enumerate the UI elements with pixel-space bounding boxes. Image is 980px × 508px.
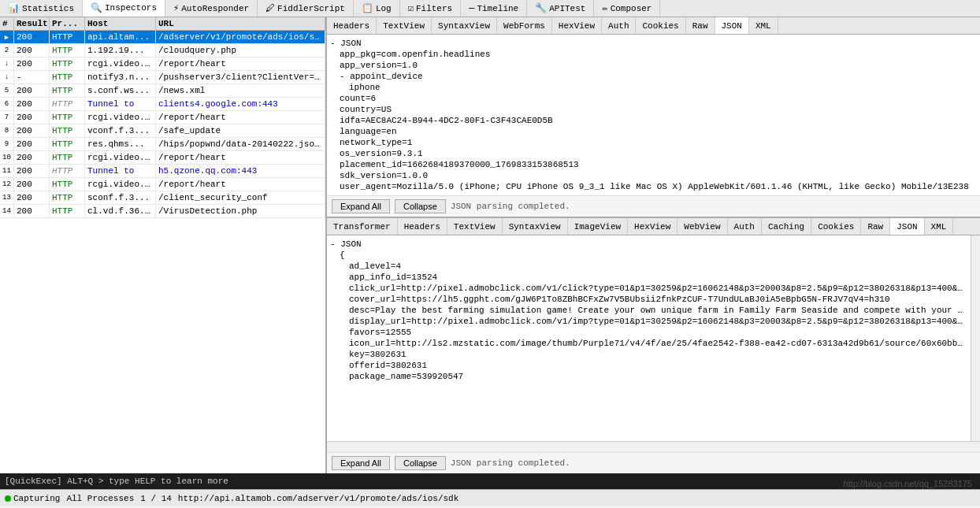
row-protocol: HTTP bbox=[50, 151, 85, 164]
response-vscrollbar[interactable] bbox=[971, 235, 980, 441]
response-json-area: - JSON{ad_level=4app_info_id=13524click_… bbox=[327, 235, 980, 452]
response-parse-status: JSON parsing completed. bbox=[451, 458, 570, 468]
req-tab-hexview[interactable]: HexView bbox=[552, 17, 602, 34]
json-line: ad_level=4 bbox=[327, 261, 971, 272]
req-tab-raw[interactable]: Raw bbox=[686, 17, 715, 34]
row-host: 1.192.19... bbox=[85, 44, 156, 57]
table-row[interactable]: 10200HTTPrcgi.video.../report/heart bbox=[0, 151, 325, 165]
row-result: 200 bbox=[14, 191, 50, 204]
tab-autoresponder[interactable]: ⚡ AutoResponder bbox=[165, 0, 258, 17]
req-tab-auth[interactable]: Auth bbox=[602, 17, 636, 34]
col-header-result[interactable]: Result bbox=[14, 17, 50, 30]
table-row[interactable]: 11200HTTPTunnel toh5.qzone.qq.com:443 bbox=[0, 165, 325, 178]
json-line: user_agent=Mozilla/5.0 (iPhone; CPU iPho… bbox=[327, 181, 980, 192]
row-url: /VirusDetection.php bbox=[156, 205, 325, 217]
col-header-host[interactable]: Host bbox=[85, 17, 156, 30]
req-tab-xml[interactable]: XML bbox=[749, 17, 778, 34]
process-filter[interactable]: All Processes bbox=[66, 494, 134, 503]
req-tab-webforms[interactable]: WebForms bbox=[497, 17, 552, 34]
row-result: 200 bbox=[14, 84, 50, 97]
json-line: - JSON bbox=[327, 38, 980, 49]
response-expand-bar: Expand All Collapse JSON parsing complet… bbox=[327, 452, 980, 473]
row-icon: ▶ bbox=[0, 31, 14, 43]
col-header-protocol[interactable]: Pr... bbox=[50, 17, 85, 30]
json-line: iphone bbox=[327, 82, 980, 93]
resp-tab-imageview[interactable]: ImageView bbox=[568, 218, 628, 235]
col-header-num[interactable]: # bbox=[0, 17, 14, 30]
resp-tab-cookies[interactable]: Cookies bbox=[811, 218, 861, 235]
col-header-url[interactable]: URL bbox=[156, 17, 325, 30]
req-tab-cookies[interactable]: Cookies bbox=[636, 17, 685, 34]
tab-statistics[interactable]: 📊 Statistics bbox=[0, 0, 83, 17]
json-line: app_info_id=13524 bbox=[327, 272, 971, 283]
statistics-icon: 📊 bbox=[8, 2, 20, 14]
row-url: /news.xml bbox=[156, 84, 325, 97]
row-host: rcgi.video... bbox=[85, 57, 156, 70]
resp-tab-syntaxview[interactable]: SyntaxView bbox=[503, 218, 568, 235]
json-line: network_type=1 bbox=[327, 137, 980, 148]
inspectors-icon: 🔍 bbox=[91, 2, 102, 14]
selected-url: http://api.altamob.com/adserver/v1/promo… bbox=[178, 494, 458, 503]
request-table: # Result Pr... Host URL ▶200HTTPapi.alta… bbox=[0, 17, 325, 473]
req-tab-textview[interactable]: TextView bbox=[377, 17, 432, 34]
table-row[interactable]: ▶200HTTPapi.altam.../adserver/v1/promote… bbox=[0, 31, 325, 44]
response-hscrollbar[interactable] bbox=[327, 441, 980, 452]
tab-apitest[interactable]: 🔧 APITest bbox=[527, 0, 594, 17]
row-result: 200 bbox=[14, 31, 50, 43]
table-row[interactable]: 5200HTTPs.conf.ws.../news.xml bbox=[0, 84, 325, 98]
tab-log[interactable]: 📋 Log bbox=[354, 0, 400, 17]
resp-tab-textview[interactable]: TextView bbox=[447, 218, 503, 235]
row-icon: 7 bbox=[0, 111, 14, 124]
json-line: sdk_version=1.0.0 bbox=[327, 170, 980, 181]
resp-tab-raw[interactable]: Raw bbox=[861, 218, 890, 235]
tab-filters[interactable]: ☑ Filters bbox=[400, 0, 461, 17]
left-panel: # Result Pr... Host URL ▶200HTTPapi.alta… bbox=[0, 17, 327, 473]
table-row[interactable]: 8200HTTPvconf.f.3.../safe_update bbox=[0, 124, 325, 138]
timeline-icon: — bbox=[469, 3, 474, 14]
table-row[interactable]: ↓-HTTPnotify3.n.../pushserver3/client?Cl… bbox=[0, 71, 325, 84]
tab-inspectors[interactable]: 🔍 Inspectors bbox=[83, 0, 165, 17]
req-tab-headers[interactable]: Headers bbox=[327, 17, 377, 34]
row-icon: ↓ bbox=[0, 71, 14, 83]
fiddlerscript-icon: 🖊 bbox=[265, 2, 275, 14]
resp-tab-webview[interactable]: WebView bbox=[677, 218, 727, 235]
resp-tab-xml[interactable]: XML bbox=[925, 218, 954, 235]
autoresponder-icon: ⚡ bbox=[173, 2, 179, 14]
req-tab-syntaxview[interactable]: SyntaxView bbox=[432, 17, 497, 34]
json-line: click_url=http://pixel.admobclick.com/v1… bbox=[327, 283, 971, 294]
table-row[interactable]: 12200HTTPrcgi.video.../report/heart bbox=[0, 178, 325, 191]
row-icon: ↓ bbox=[0, 57, 14, 70]
request-subtabs: Headers TextView SyntaxView WebForms Hex… bbox=[327, 17, 980, 35]
row-icon: 6 bbox=[0, 98, 14, 110]
row-host: rcgi.video... bbox=[85, 178, 156, 191]
req-tab-json[interactable]: JSON bbox=[715, 17, 749, 34]
response-collapse-button[interactable]: Collapse bbox=[395, 456, 446, 470]
resp-tab-json[interactable]: JSON bbox=[890, 218, 924, 235]
response-scroll-container: - JSON{ad_level=4app_info_id=13524click_… bbox=[327, 235, 980, 441]
table-row[interactable]: 6200HTTPTunnel toclients4.google.com:443 bbox=[0, 98, 325, 111]
table-row[interactable]: 13200HTTPsconf.f.3.../client_security_co… bbox=[0, 191, 325, 205]
resp-tab-caching[interactable]: Caching bbox=[762, 218, 811, 235]
tab-fiddlerscript[interactable]: 🖊 FiddlerScript bbox=[258, 0, 354, 17]
row-protocol: HTTP bbox=[50, 165, 85, 177]
request-collapse-button[interactable]: Collapse bbox=[395, 199, 446, 213]
tab-timeline[interactable]: — Timeline bbox=[461, 0, 527, 17]
tab-composer[interactable]: ✏ Composer bbox=[594, 0, 660, 17]
table-row[interactable]: 7200HTTPrcgi.video.../report/heart bbox=[0, 111, 325, 124]
resp-tab-headers[interactable]: Headers bbox=[398, 218, 447, 235]
row-icon: 12 bbox=[0, 178, 14, 191]
response-section: Transformer Headers TextView SyntaxView … bbox=[327, 217, 980, 473]
resp-tab-hexview[interactable]: HexView bbox=[628, 218, 677, 235]
response-expand-all-button[interactable]: Expand All bbox=[332, 456, 390, 470]
resp-tab-transformer[interactable]: Transformer bbox=[327, 218, 398, 235]
table-row[interactable]: 9200HTTPres.qhms.../hips/popwnd/data-201… bbox=[0, 138, 325, 151]
table-row[interactable]: 14200HTTPcl.vd.f.36.../VirusDetection.ph… bbox=[0, 205, 325, 218]
table-row[interactable]: ↓200HTTPrcgi.video.../report/heart bbox=[0, 57, 325, 71]
response-json-scroll[interactable]: - JSON{ad_level=4app_info_id=13524click_… bbox=[327, 235, 971, 441]
resp-tab-auth[interactable]: Auth bbox=[728, 218, 762, 235]
row-result: 200 bbox=[14, 205, 50, 217]
request-expand-all-button[interactable]: Expand All bbox=[332, 199, 390, 213]
json-line: key=3802631 bbox=[327, 349, 971, 360]
table-row[interactable]: 2200HTTP1.192.19.../cloudquery.php bbox=[0, 44, 325, 57]
quickexec-bar: [QuickExec] ALT+Q > type HELP to learn m… bbox=[0, 473, 980, 489]
